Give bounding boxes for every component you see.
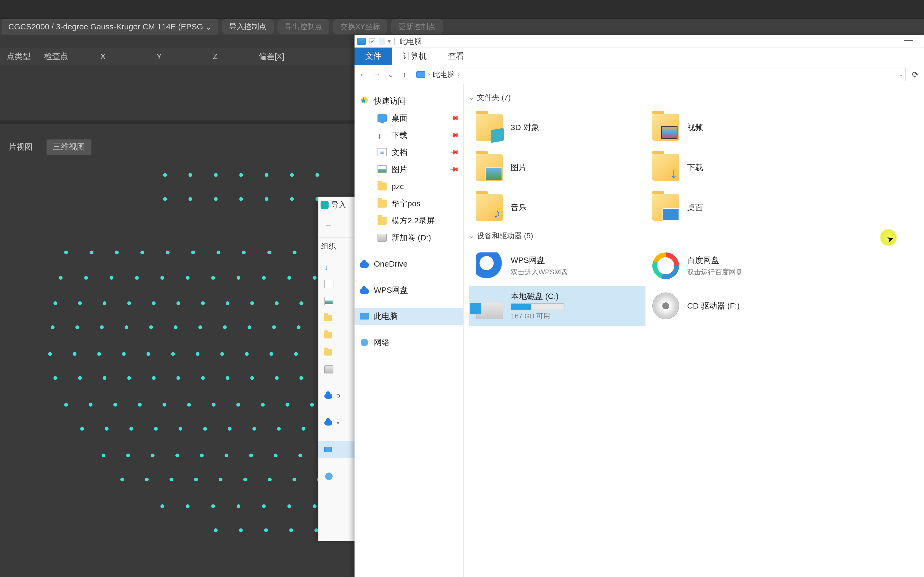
nav-network[interactable]: 网络 xyxy=(355,334,464,351)
system-icon xyxy=(357,38,366,45)
nav-onedrive[interactable]: OneDrive xyxy=(355,255,464,272)
baidu-icon xyxy=(653,253,679,279)
nav-recent-icon[interactable]: ⌄ xyxy=(386,70,395,79)
import-cp-button[interactable]: 导入控制点 xyxy=(222,19,274,34)
item-3d-objects[interactable]: 3D 对象 xyxy=(469,107,645,147)
qat-doc-icon[interactable] xyxy=(379,38,385,45)
nav-pictures[interactable]: 图片 📌 xyxy=(355,161,464,178)
dialog-nav-item[interactable] xyxy=(318,276,355,292)
item-pictures[interactable]: 图片 xyxy=(469,147,645,187)
tab-image-view[interactable]: 片视图 xyxy=(2,139,39,155)
folders-grid: 3D 对象 视频 图片 下载 音乐 xyxy=(469,107,924,227)
section-devices[interactable]: 设备和驱动器 (5) xyxy=(469,227,924,246)
nav-back-icon[interactable]: ← xyxy=(358,70,367,79)
ribbon-tab-computer[interactable]: 计算机 xyxy=(392,48,438,65)
item-wps-drive[interactable]: WPS网盘 双击进入WPS网盘 xyxy=(469,246,645,286)
item-downloads[interactable]: 下载 xyxy=(645,147,822,187)
crs-dropdown[interactable]: CGCS2000 / 3-degree Gauss-Kruger CM 114E… xyxy=(2,19,218,34)
address-dropdown-icon[interactable]: ⌄ xyxy=(898,71,903,78)
item-cd-drive[interactable]: CD 驱动器 (F:) xyxy=(645,286,822,326)
dialog-nav-item[interactable] xyxy=(318,327,355,344)
explorer-titlebar[interactable]: ✓ ▾ 此电脑 xyxy=(355,35,924,48)
wps-icon xyxy=(476,253,502,279)
disk-icon xyxy=(378,234,387,242)
nav-documents[interactable]: 文档 📌 xyxy=(355,144,464,161)
nav-drive-d[interactable]: 新加卷 (D:) xyxy=(355,229,464,246)
organize-button[interactable]: 组织 xyxy=(318,237,355,255)
dialog-nav-item[interactable] xyxy=(318,258,355,276)
star-icon xyxy=(360,97,369,105)
ribbon-tab-view[interactable]: 查看 xyxy=(438,48,475,65)
nav-wps[interactable]: WPS网盘 xyxy=(355,282,464,299)
folder-3d-icon xyxy=(476,114,502,141)
col-y: Y xyxy=(131,52,187,61)
col-check: 检查点 xyxy=(37,51,75,62)
minimize-button[interactable] xyxy=(904,40,913,41)
export-cp-button[interactable]: 导出控制点 xyxy=(278,19,330,34)
dialog-app-icon xyxy=(321,201,329,209)
swap-xy-button[interactable]: 交换XY坐标 xyxy=(333,19,388,34)
col-x: X xyxy=(75,52,131,61)
nav-folder-huaning[interactable]: 华宁pos xyxy=(355,195,464,212)
dialog-nav-item[interactable] xyxy=(318,344,355,361)
nav-this-pc[interactable]: 此电脑 xyxy=(355,308,464,325)
window-title: 此电脑 xyxy=(399,36,422,47)
dialog-title: 导入 xyxy=(318,197,355,213)
document-icon xyxy=(378,148,387,156)
dialog-nav-item[interactable] xyxy=(318,309,355,327)
nav-quick-access[interactable]: 快速访问 xyxy=(355,92,464,110)
network-icon xyxy=(360,338,369,347)
nav-forward-icon[interactable]: → xyxy=(372,70,381,79)
nav-folder-pzc[interactable]: pzc xyxy=(355,178,464,195)
item-videos[interactable]: 视频 xyxy=(645,107,822,147)
dialog-nav-item[interactable] xyxy=(318,361,355,378)
content-pane: 文件夹 (7) 3D 对象 视频 图片 下载 xyxy=(464,84,924,577)
address-bar-row: ← → ⌄ ↑ › 此电脑 › ⌄ ⟳ xyxy=(355,65,924,84)
col-type: 点类型 xyxy=(0,51,37,62)
dialog-nav-item[interactable] xyxy=(318,292,355,309)
ribbon-tabs: 文件 计算机 查看 xyxy=(355,48,924,65)
section-folders[interactable]: 文件夹 (7) xyxy=(469,89,924,107)
ribbon-tab-file[interactable]: 文件 xyxy=(355,48,392,65)
item-music[interactable]: 音乐 xyxy=(469,187,645,227)
drive-usage-bar xyxy=(511,303,564,310)
nav-desktop[interactable]: 桌面 📌 xyxy=(355,110,464,127)
drive-c-icon xyxy=(476,302,503,319)
address-bar[interactable]: › 此电脑 › ⌄ xyxy=(414,68,906,81)
pc-icon xyxy=(360,313,369,319)
nav-folder-mofang[interactable]: 模方2.2录屏 xyxy=(355,212,464,229)
pc-icon xyxy=(416,71,425,78)
refresh-icon[interactable]: ⟳ xyxy=(910,70,920,79)
cloud-icon xyxy=(360,288,369,294)
explorer-window: ✓ ▾ 此电脑 文件 计算机 查看 ← → ⌄ ↑ › 此电脑 › ⌄ ⟳ 快速… xyxy=(355,35,924,577)
nav-downloads[interactable]: 下载 📌 xyxy=(355,127,464,144)
item-baidu-drive[interactable]: 百度网盘 双击运行百度网盘 xyxy=(645,246,822,286)
dialog-nav-item[interactable]: V xyxy=(318,414,355,431)
breadcrumb-thispc[interactable]: 此电脑 xyxy=(433,69,455,80)
nav-up-icon[interactable]: ↑ xyxy=(400,70,409,79)
dialog-nav-item[interactable] xyxy=(318,468,355,485)
dialog-nav-item-selected[interactable] xyxy=(318,441,355,458)
dialog-nav-item[interactable]: O xyxy=(318,388,355,405)
folder-download-icon xyxy=(653,154,679,181)
cloud-icon xyxy=(360,262,369,268)
item-desktop[interactable]: 桌面 xyxy=(645,187,822,227)
desktop-icon xyxy=(378,114,387,122)
chevron-right-icon[interactable]: › xyxy=(458,71,460,78)
pin-icon: 📌 xyxy=(449,147,460,158)
import-dialog: 导入 ← 组织 O V xyxy=(318,197,355,541)
qat-dropdown-icon[interactable]: ▾ xyxy=(388,38,391,45)
folder-desktop-icon xyxy=(653,194,679,221)
item-local-disk-c[interactable]: 本地磁盘 (C:) 167 GB 可用 xyxy=(469,286,645,326)
pin-icon: 📌 xyxy=(449,164,460,175)
pin-icon: 📌 xyxy=(449,130,460,140)
qat-checkbox-icon[interactable]: ✓ xyxy=(370,39,375,44)
tab-3d-view[interactable]: 三维视图 xyxy=(47,139,91,155)
col-z: Z xyxy=(187,52,243,61)
update-cp-button[interactable]: 更新控制点 xyxy=(391,19,443,34)
nav-pane: 快速访问 桌面 📌 下载 📌 文档 📌 图片 📌 xyxy=(355,84,464,577)
col-dev: 偏差[X] xyxy=(243,51,299,62)
chevron-right-icon[interactable]: › xyxy=(428,71,430,78)
folder-icon xyxy=(378,182,387,190)
back-icon[interactable]: ← xyxy=(324,220,333,230)
